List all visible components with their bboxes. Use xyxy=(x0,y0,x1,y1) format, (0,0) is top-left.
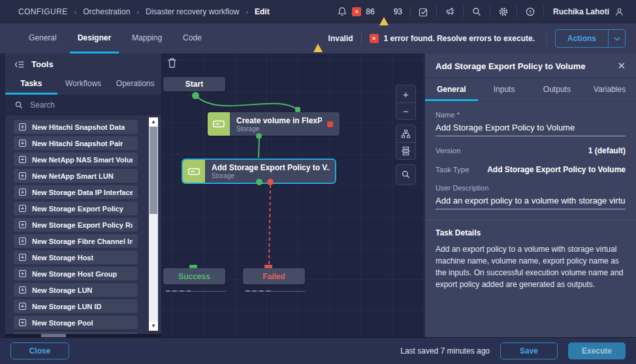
auto-layout-icon[interactable] xyxy=(396,125,415,142)
announcements-icon[interactable] xyxy=(445,7,455,17)
align-nodes-icon[interactable] xyxy=(396,142,415,159)
task-item-label: New Storage Pool xyxy=(32,319,93,327)
alarm-warning-icon[interactable]: ! xyxy=(379,8,389,16)
alarm-error-count[interactable]: 86 xyxy=(366,7,374,16)
breadcrumb: CONFIGURE › Orchestration › Disaster rec… xyxy=(18,7,270,16)
task-item[interactable]: +New Storage Host xyxy=(14,250,138,264)
help-icon[interactable]: ? xyxy=(525,7,535,17)
divider xyxy=(425,220,636,220)
task-item[interactable]: +New NetApp NAS Smart Volume xyxy=(14,153,138,166)
task-node-title: Add Storage Export Policy to V... xyxy=(212,163,330,172)
node-caption-line xyxy=(166,291,226,292)
add-icon: + xyxy=(19,319,26,326)
name-input[interactable] xyxy=(436,122,626,136)
tools-search-bar[interactable] xyxy=(5,95,161,115)
add-icon: + xyxy=(19,303,26,310)
breadcrumb-configure[interactable]: CONFIGURE xyxy=(18,7,68,16)
zoom-in-button[interactable]: + xyxy=(396,85,415,102)
task-type-value: Add Storage Export Policy to Volume xyxy=(487,165,626,174)
failed-node-label: Failed xyxy=(262,272,285,281)
scrollbar-thumb[interactable] xyxy=(150,127,157,214)
tools-panel: Tools Tasks Workflows Operations +New Hi… xyxy=(0,53,162,337)
delete-icon[interactable] xyxy=(167,57,177,68)
breadcrumb-orchestration[interactable]: Orchestration xyxy=(83,7,130,16)
close-button[interactable]: Close xyxy=(10,342,69,359)
task-item-label: New Storage LUN xyxy=(32,286,92,294)
output-port[interactable] xyxy=(256,133,262,139)
alarm-error-icon[interactable]: × xyxy=(352,7,361,16)
error-banner: × 1 error found. Resolve errors to execu… xyxy=(370,34,539,43)
bell-icon[interactable] xyxy=(337,7,347,17)
user-menu[interactable]: Ruchika Lahoti xyxy=(544,7,627,17)
close-icon[interactable]: ✕ xyxy=(616,60,627,72)
input-connector[interactable] xyxy=(295,107,300,112)
alarm-warning-count[interactable]: 93 xyxy=(394,7,402,16)
search-input[interactable] xyxy=(30,100,128,110)
execute-button[interactable]: Execute xyxy=(568,342,626,359)
task-list: +New Hitachi Snapshot Data +New Hitachi … xyxy=(5,115,161,334)
task-item[interactable]: +New Storage Host Group xyxy=(14,267,138,281)
tab-workflows[interactable]: Workflows xyxy=(57,74,110,95)
gear-icon[interactable] xyxy=(498,7,509,17)
horizontal-scrollbar[interactable] xyxy=(5,334,161,337)
tools-tabs: Tasks Workflows Operations xyxy=(5,74,161,95)
tab-general[interactable]: General xyxy=(21,23,65,53)
requests-icon[interactable] xyxy=(419,7,428,17)
warning-icon: ! xyxy=(313,35,323,43)
scroll-down-button[interactable]: ▼ xyxy=(149,322,158,331)
zoom-out-button[interactable]: − xyxy=(396,102,415,119)
task-item[interactable]: +New Storage Export Policy Rule xyxy=(14,218,138,232)
add-icon: + xyxy=(19,237,26,245)
scroll-up-button[interactable]: ▲ xyxy=(149,117,158,127)
tab-tasks[interactable]: Tasks xyxy=(5,74,57,95)
breadcrumb-workflow[interactable]: Disaster recovery workflow xyxy=(146,7,239,16)
success-node-label: Success xyxy=(178,272,210,281)
add-icon: + xyxy=(19,286,26,294)
task-item-label: New Storage Data IP Interface xyxy=(32,189,133,196)
add-icon: + xyxy=(19,156,26,163)
node-error-icon[interactable] xyxy=(327,121,333,127)
actions-button[interactable]: Actions xyxy=(556,30,608,47)
scrollbar-thumb[interactable] xyxy=(41,334,66,337)
collapse-panel-icon[interactable] xyxy=(14,60,25,69)
storage-task-icon xyxy=(208,112,230,136)
failed-node[interactable]: Failed xyxy=(243,268,305,284)
tab-designer[interactable]: Designer xyxy=(70,23,119,53)
zoom-search-icon[interactable] xyxy=(396,165,415,184)
workflow-canvas[interactable]: Start Create volume in FlexPod Storage A… xyxy=(162,53,424,337)
task-item-label: New Storage Export Policy xyxy=(32,205,123,213)
tab-panel-outputs[interactable]: Outputs xyxy=(531,78,584,101)
version-value: 1 (default) xyxy=(588,146,626,155)
task-item[interactable]: +New Storage Pool xyxy=(14,316,138,329)
validity-label: Invalid xyxy=(328,34,353,43)
task-type-label: Task Type xyxy=(436,166,469,174)
task-node-create-volume[interactable]: Create volume in FlexPod Storage xyxy=(208,112,340,136)
chevron-down-icon[interactable] xyxy=(608,30,625,47)
failed-port[interactable] xyxy=(267,179,274,185)
success-node[interactable]: Success xyxy=(163,268,225,284)
tab-panel-variables[interactable]: Variables xyxy=(583,78,636,101)
start-node[interactable]: Start xyxy=(163,77,225,91)
task-item[interactable]: +New Storage Export Policy xyxy=(14,202,138,215)
task-item[interactable]: +New Storage LUN xyxy=(14,283,138,297)
actions-split-button[interactable]: Actions xyxy=(555,29,626,48)
tab-code[interactable]: Code xyxy=(175,23,210,53)
task-item[interactable]: +New Storage Fibre Channel Interface xyxy=(14,234,138,248)
breadcrumb-separator: › xyxy=(246,8,248,16)
save-button[interactable]: Save xyxy=(500,342,558,359)
task-item[interactable]: +New Hitachi Snapshot Pair xyxy=(14,136,138,150)
user-description-input[interactable] xyxy=(436,195,626,209)
success-port[interactable] xyxy=(256,179,262,185)
tab-panel-general[interactable]: General xyxy=(425,78,478,101)
task-item[interactable]: +New Storage Data IP Interface xyxy=(14,185,138,199)
output-port[interactable] xyxy=(192,92,199,99)
tab-panel-inputs[interactable]: Inputs xyxy=(478,78,531,101)
task-item-label: New Storage Fibre Channel Interface xyxy=(32,237,133,245)
tab-operations[interactable]: Operations xyxy=(109,74,161,95)
tab-mapping[interactable]: Mapping xyxy=(124,23,170,53)
task-item[interactable]: +New NetApp Smart LUN xyxy=(14,169,138,183)
search-icon[interactable] xyxy=(471,7,482,17)
vertical-scrollbar[interactable]: ▲ ▼ xyxy=(149,117,158,331)
task-item[interactable]: +New Storage LUN ID xyxy=(14,299,138,313)
task-item[interactable]: +New Hitachi Snapshot Data xyxy=(14,120,138,134)
